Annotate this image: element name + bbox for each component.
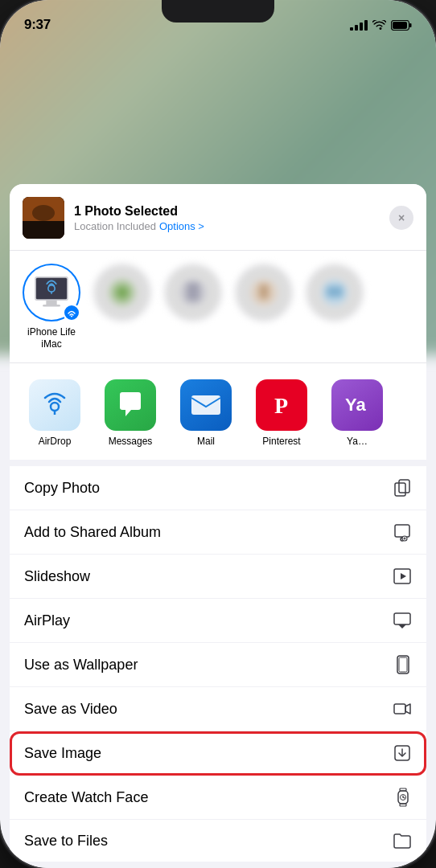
airplay-icon — [393, 611, 412, 630]
save-as-video-label: Save as Video — [24, 701, 117, 718]
save-image-label: Save Image — [24, 745, 101, 762]
signal-icon — [350, 20, 368, 31]
status-bar: 9:37 — [0, 0, 436, 40]
airdrop-target-blurred-4[interactable] — [302, 264, 367, 350]
airdrop-blurred-label-3 — [249, 326, 278, 338]
share-header-subtitle: Location Included Options > — [74, 220, 380, 232]
svg-rect-37 — [394, 613, 410, 624]
status-icons — [350, 20, 412, 31]
action-save-to-files[interactable]: Save to Files — [10, 820, 426, 862]
svg-marker-42 — [405, 704, 410, 714]
status-time: 9:37 — [24, 17, 51, 33]
mail-envelope-icon — [190, 392, 222, 418]
svg-rect-24 — [191, 395, 220, 415]
airdrop-target-blurred-3[interactable] — [232, 264, 296, 350]
phone-screen: 9:37 — [0, 0, 436, 868]
svg-rect-9 — [46, 301, 56, 305]
messages-bubble-icon — [115, 390, 146, 420]
svg-text:P: P — [274, 393, 288, 418]
blurred-device-icon-4 — [319, 276, 351, 309]
close-button[interactable]: × — [389, 206, 413, 230]
airdrop-signal-icon — [67, 308, 76, 317]
svg-point-22 — [51, 403, 59, 411]
app-item-airdrop[interactable]: AirDrop — [19, 379, 90, 447]
app-item-messages[interactable]: Messages — [95, 379, 166, 447]
app-item-more[interactable]: Ya Ya… — [322, 379, 393, 447]
airdrop-app-label: AirDrop — [39, 436, 72, 447]
share-header-info: 1 Photo Selected Location Included Optio… — [74, 204, 380, 232]
share-header: 1 Photo Selected Location Included Optio… — [10, 184, 426, 251]
share-sheet-card: 1 Photo Selected Location Included Optio… — [10, 184, 426, 868]
pinterest-app-label: Pinterest — [262, 436, 300, 447]
use-as-wallpaper-label: Use as Wallpaper — [24, 657, 138, 674]
pinterest-app-icon: P — [256, 379, 307, 431]
airdrop-badge — [63, 304, 80, 321]
action-create-watch-face[interactable]: Create Watch Face — [10, 776, 426, 820]
svg-rect-2 — [393, 22, 407, 29]
svg-rect-21 — [327, 286, 343, 297]
svg-rect-27 — [399, 480, 409, 493]
share-sheet: 1 Photo Selected Location Included Optio… — [0, 64, 436, 868]
action-save-as-video[interactable]: Save as Video — [10, 687, 426, 731]
blurred-device-icon-1 — [106, 276, 138, 309]
svg-rect-19 — [259, 285, 269, 299]
svg-rect-41 — [394, 704, 405, 714]
share-selected-count: 1 Photo Selected — [74, 204, 380, 219]
svg-line-50 — [403, 797, 405, 798]
svg-point-15 — [116, 286, 129, 299]
more-app-icon: Ya — [331, 379, 383, 431]
save-to-files-icon — [393, 832, 412, 850]
action-copy-photo[interactable]: Copy Photo — [10, 466, 426, 510]
svg-rect-6 — [23, 221, 64, 239]
options-link[interactable]: Options > — [159, 220, 204, 232]
airdrop-blurred-label-4 — [320, 326, 349, 338]
create-watch-face-label: Create Watch Face — [24, 789, 148, 806]
mail-app-icon — [180, 379, 232, 431]
app-item-pinterest[interactable]: P Pinterest — [246, 379, 317, 447]
add-shared-album-icon — [393, 522, 412, 542]
wallpaper-icon — [394, 655, 412, 674]
add-shared-album-label: Add to Shared Album — [24, 524, 161, 541]
airdrop-targets-row: iPhone Life iMac — [10, 251, 426, 363]
action-save-image[interactable]: Save Image — [10, 731, 426, 776]
airdrop-target-blurred-2[interactable] — [161, 264, 225, 350]
phone-frame: 9:37 — [0, 0, 436, 868]
close-icon: × — [398, 211, 405, 224]
action-add-shared-album[interactable]: Add to Shared Album — [10, 510, 426, 555]
save-as-video-icon — [393, 699, 412, 719]
battery-icon — [391, 20, 412, 31]
svg-marker-38 — [398, 624, 406, 628]
svg-text:Ya: Ya — [345, 395, 366, 415]
action-list: Copy Photo Add to Shared Album — [10, 466, 426, 862]
airdrop-target-imac[interactable]: iPhone Life iMac — [19, 264, 84, 350]
airdrop-blurred-label-2 — [179, 326, 208, 338]
apps-row: AirDrop Messages — [10, 363, 426, 466]
airdrop-app-icon — [29, 379, 80, 431]
watch-face-icon — [394, 788, 412, 807]
more-app-label: Ya… — [347, 436, 368, 447]
svg-rect-17 — [187, 283, 199, 301]
svg-rect-46 — [400, 788, 406, 791]
svg-point-13 — [71, 316, 72, 317]
airdrop-imac-icon-container — [23, 264, 80, 321]
airdrop-imac-label: iPhone Life iMac — [19, 326, 84, 350]
blurred-device-icon-2 — [177, 276, 209, 309]
svg-rect-40 — [399, 657, 407, 672]
airplay-label: AirPlay — [24, 612, 70, 629]
airdrop-blurred-icon-1 — [93, 264, 151, 321]
action-airplay[interactable]: AirPlay — [10, 599, 426, 643]
action-slideshow[interactable]: Slideshow — [10, 555, 426, 599]
app-item-mail[interactable]: Mail — [171, 379, 241, 447]
slideshow-label: Slideshow — [24, 568, 90, 585]
airdrop-blurred-icon-4 — [306, 264, 364, 321]
copy-photo-icon — [393, 478, 412, 497]
airdrop-blurred-icon-3 — [235, 264, 293, 321]
mail-app-label: Mail — [197, 436, 215, 447]
action-use-as-wallpaper[interactable]: Use as Wallpaper — [10, 643, 426, 687]
svg-rect-28 — [395, 483, 405, 496]
blurred-device-icon-3 — [248, 276, 280, 309]
airdrop-target-blurred-1[interactable] — [90, 264, 154, 350]
airdrop-waves-icon — [39, 389, 71, 421]
svg-rect-29 — [395, 525, 409, 537]
slideshow-icon — [393, 567, 412, 586]
